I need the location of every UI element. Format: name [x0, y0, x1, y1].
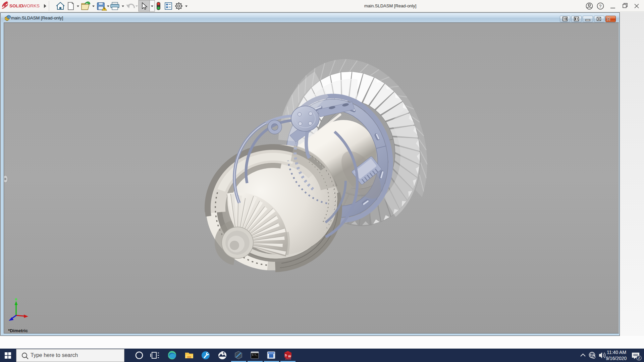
svg-text:SOLID: SOLID [9, 3, 23, 8]
svg-text:?: ? [599, 4, 601, 9]
svg-text:2: 2 [638, 356, 640, 360]
svg-text:S: S [285, 354, 287, 357]
svg-text:C:\_: C:\_ [252, 354, 258, 356]
svg-text:WORKS: WORKS [22, 3, 40, 8]
svg-text:2020: 2020 [285, 357, 291, 360]
svg-text:*Dimetric: *Dimetric [8, 328, 28, 333]
